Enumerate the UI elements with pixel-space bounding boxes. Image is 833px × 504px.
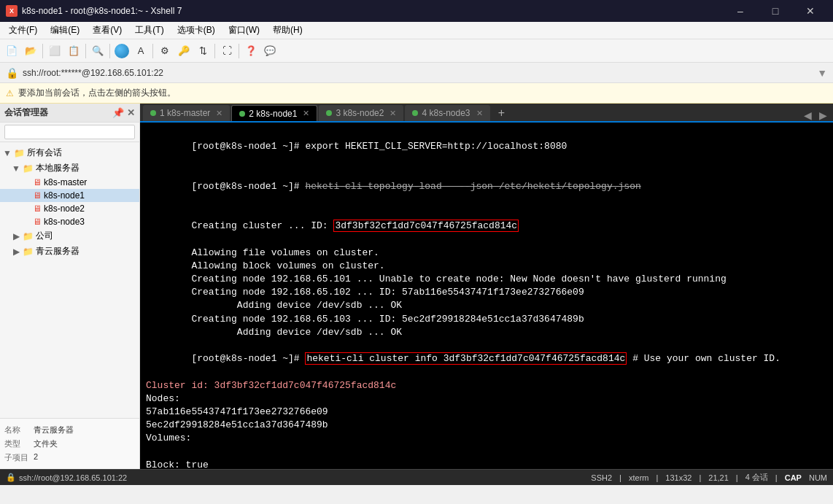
prop-type-value: 文件夹 — [34, 438, 58, 449]
terminal-line-16: Volumes: — [146, 432, 827, 445]
tree-item-node2[interactable]: 🖥 k8s-node2 — [0, 202, 139, 215]
pin-button[interactable]: 📌 — [112, 107, 124, 118]
prop-name-label: 名称 — [4, 424, 34, 435]
terminal-line-17 — [146, 446, 827, 459]
status-size: 131x32 — [665, 473, 691, 482]
chat-button[interactable]: 💬 — [261, 42, 279, 60]
tree-item-local[interactable]: ▼ 📁 本地服务器 — [0, 160, 139, 176]
tab-prev-button[interactable]: ◀ — [801, 109, 815, 121]
notice-icon: ⚠ — [6, 88, 14, 98]
session-search-input[interactable] — [4, 125, 135, 139]
tab-3-close[interactable]: ✕ — [390, 109, 396, 118]
folder-icon-all: 📁 — [14, 148, 25, 158]
terminal-line-1: [root@k8s-node1 ~]# export HEKETI_CLI_SE… — [146, 127, 827, 167]
toolbar-separator-1 — [42, 44, 43, 58]
help-toolbar-button[interactable]: ❓ — [242, 42, 260, 60]
tab-next-button[interactable]: ▶ — [816, 109, 830, 121]
tree-item-all[interactable]: ▼ 📁 所有会话 — [0, 145, 139, 160]
tab-add-button[interactable]: + — [493, 105, 511, 121]
find-button[interactable]: 🔍 — [89, 42, 106, 60]
prop-children-value: 2 — [34, 452, 38, 463]
status-num: NUM — [809, 473, 827, 482]
maximize-button[interactable]: □ — [759, 0, 792, 22]
close-button[interactable]: ✕ — [794, 0, 827, 22]
paste-button[interactable]: 📋 — [65, 42, 82, 60]
status-sessions: 4 会话 — [745, 472, 768, 483]
lock-icon: 🔒 — [6, 67, 18, 79]
connect-button[interactable] — [113, 42, 131, 60]
menu-help[interactable]: 帮助(H) — [267, 23, 309, 38]
address-expand-icon[interactable]: ▼ — [817, 67, 827, 79]
close-panel-button[interactable]: ✕ — [127, 107, 135, 118]
server-icon-node2: 🖥 — [33, 203, 42, 214]
key-button[interactable]: 🔑 — [175, 42, 193, 60]
tab-4-label: 4 k8s-node3 — [422, 108, 470, 118]
tree-label-node2: k8s-node2 — [44, 203, 85, 214]
tab-1[interactable]: 1 k8s-master ✕ — [143, 105, 230, 121]
tree-item-node1[interactable]: 🖥 k8s-node1 — [0, 189, 139, 202]
session-manager-header: 会话管理器 📌 ✕ — [0, 104, 139, 123]
menu-tools[interactable]: 工具(T) — [129, 23, 169, 38]
font-button[interactable]: A — [132, 42, 150, 60]
session-tree: ▼ 📁 所有会话 ▼ 📁 本地服务器 🖥 k8s-master 🖥 k8s-no… — [0, 142, 139, 418]
transfer-button[interactable]: ⇅ — [194, 42, 212, 60]
session-search — [0, 123, 139, 142]
menu-edit[interactable]: 编辑(E) — [44, 23, 85, 38]
status-bar: 🔒 ssh://root@192.168.65.101:22 SSH2 | xt… — [0, 469, 833, 485]
tab-1-dot — [150, 110, 156, 116]
tree-label-qingyun: 青云服务器 — [36, 245, 80, 257]
status-address: 🔒 ssh://root@192.168.65.101:22 — [6, 473, 127, 482]
settings-button[interactable]: ⚙ — [156, 42, 174, 60]
tree-item-company[interactable]: ▶ 📁 公司 — [0, 228, 139, 244]
status-term: xterm — [629, 473, 649, 482]
tree-item-master[interactable]: 🖥 k8s-master — [0, 176, 139, 189]
tree-label-all: 所有会话 — [27, 147, 62, 159]
toolbar-separator-6 — [239, 44, 239, 58]
menu-bar: 文件(F) 编辑(E) 查看(V) 工具(T) 选项卡(B) 窗口(W) 帮助(… — [0, 22, 833, 39]
status-separator-1: | — [619, 473, 621, 482]
prop-type: 类型 文件夹 — [4, 437, 135, 451]
tree-item-qingyun[interactable]: ▶ 📁 青云服务器 — [0, 244, 139, 259]
menu-view[interactable]: 查看(V) — [87, 23, 128, 38]
server-icon-master: 🖥 — [33, 177, 42, 187]
session-properties: 名称 青云服务器 类型 文件夹 子项目 2 — [0, 418, 139, 469]
tab-2-dot — [239, 111, 245, 117]
terminal-line-14: 57ab116e55437471f173ee2732766e09 — [146, 406, 827, 419]
menu-tabs[interactable]: 选项卡(B) — [171, 23, 221, 38]
open-button[interactable]: 📂 — [22, 42, 39, 60]
session-header-actions: 📌 ✕ — [112, 107, 135, 118]
tree-label-master: k8s-master — [44, 177, 87, 187]
cmd-highlight-2: heketi-cli cluster info 3df3bf32cf1dd7c0… — [305, 352, 627, 365]
tab-1-label: 1 k8s-master — [160, 108, 210, 118]
status-ssh: SSH2 — [591, 473, 612, 482]
menu-file[interactable]: 文件(F) — [3, 23, 43, 38]
tab-1-close[interactable]: ✕ — [216, 109, 222, 118]
menu-window[interactable]: 窗口(W) — [222, 23, 266, 38]
server-icon-node3: 🖥 — [33, 217, 42, 227]
prompt-3: [root@k8s-node1 ~]# — [191, 353, 305, 364]
tab-3[interactable]: 3 k8s-node2 ✕ — [319, 105, 403, 121]
status-separator-2: | — [656, 473, 658, 482]
status-separator-3: | — [699, 473, 701, 482]
title-bar: X k8s-node1 - root@k8s-node1:~ - Xshell … — [0, 0, 833, 22]
tab-2[interactable]: 2 k8s-node1 ✕ — [231, 105, 317, 121]
tab-4[interactable]: 4 k8s-node3 ✕ — [405, 105, 489, 121]
prompt-2: [root@k8s-node1 ~]# — [191, 181, 305, 192]
terminal-line-2: [root@k8s-node1 ~]# heketi-cli topology-… — [146, 167, 827, 207]
address-bar: 🔒 ssh://root:******@192.168.65.101:22 ▼ — [0, 63, 833, 83]
notice-text: 要添加当前会话，点击左侧的箭头按钮。 — [18, 87, 176, 99]
tree-item-node3[interactable]: 🖥 k8s-node3 — [0, 215, 139, 228]
new-session-button[interactable]: 📄 — [3, 42, 20, 60]
tab-4-close[interactable]: ✕ — [476, 109, 483, 118]
cmd-2: heketi-cli topology-load --json /etc/hek… — [305, 181, 640, 192]
address-text: ssh://root:******@192.168.65.101:22 — [23, 68, 163, 78]
fullscreen-button[interactable]: ⛶ — [218, 42, 236, 60]
tab-2-label: 2 k8s-node1 — [249, 109, 297, 119]
tab-3-dot — [326, 110, 332, 116]
minimize-button[interactable]: – — [724, 0, 757, 22]
tab-2-close[interactable]: ✕ — [303, 109, 309, 118]
copy-button[interactable]: ⬜ — [46, 42, 63, 60]
session-manager: 会话管理器 📌 ✕ ▼ 📁 所有会话 ▼ 📁 本地服务器 — [0, 104, 140, 469]
terminal[interactable]: [root@k8s-node1 ~]# export HEKETI_CLI_SE… — [140, 123, 833, 469]
terminal-line-11: [root@k8s-node1 ~]# heketi-cli cluster i… — [146, 339, 827, 379]
